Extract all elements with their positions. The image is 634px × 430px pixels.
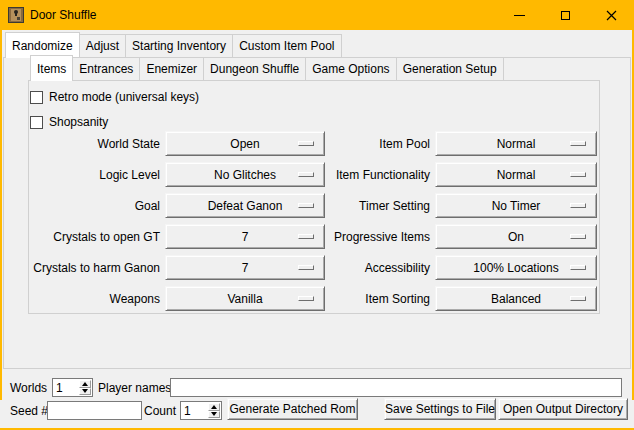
item-pool-dropdown[interactable]: Normal [435,131,597,156]
dropdown-indicator-icon [298,141,314,146]
progressive-items-dropdown[interactable]: On [435,224,597,249]
shopsanity-label: Shopsanity [49,115,108,129]
goal-dropdown[interactable]: Defeat Ganon [165,193,325,218]
minimize-icon [514,15,525,16]
world-state-label: World State [98,137,160,151]
item-pool-label: Item Pool [379,137,430,151]
weapons-label: Weapons [110,292,160,306]
count-label: Count [144,404,176,418]
open-output-directory-button[interactable]: Open Output Directory [498,398,628,420]
player-names-label: Player names [98,381,171,395]
item-functionality-dropdown[interactable]: Normal [435,162,597,187]
dropdown-indicator-icon [298,203,314,208]
worlds-spin-down-icon[interactable] [79,388,91,396]
item-sorting-label: Item Sorting [365,292,430,306]
worlds-spinner[interactable]: 1 [52,378,93,397]
dropdown-indicator-icon [570,141,586,146]
close-icon [606,10,617,21]
titlebar: Door Shuffle [0,0,634,30]
shopsanity-checkbox-row: Shopsanity [30,115,108,129]
weapons-dropdown[interactable]: Vanilla [165,286,325,311]
item-functionality-label: Item Functionality [336,168,430,182]
maximize-icon [561,11,570,20]
retro-mode-checkbox-row: Retro mode (universal keys) [30,90,199,104]
retro-mode-checkbox[interactable] [30,91,43,104]
worlds-label: Worlds [10,381,47,395]
dropdown-indicator-icon [570,265,586,270]
door-app-icon [8,7,24,23]
item-sorting-dropdown[interactable]: Balanced [435,286,597,311]
logic-level-dropdown[interactable]: No Glitches [165,162,325,187]
dropdown-indicator-icon [570,234,586,239]
maximize-button[interactable] [542,0,588,30]
logic-level-label: Logic Level [99,168,160,182]
save-settings-button[interactable]: Save Settings to File [384,398,496,420]
tab-adjust[interactable]: Adjust [79,34,126,57]
seed-input[interactable] [47,401,142,420]
accessibility-dropdown[interactable]: 100% Locations [435,255,597,280]
retro-mode-label: Retro mode (universal keys) [49,90,199,104]
sub-tab-bar: Items Entrances Enemizer Dungeon Shuffle… [30,55,504,81]
crystals-open-gt-label: Crystals to open GT [53,230,160,244]
seed-label: Seed # [10,404,48,418]
worlds-spin-up-icon[interactable] [79,380,91,388]
dropdown-indicator-icon [298,265,314,270]
tab-starting-inventory[interactable]: Starting Inventory [125,34,233,57]
shopsanity-checkbox[interactable] [30,116,43,129]
tab-custom-item-pool[interactable]: Custom Item Pool [232,34,341,57]
tab-generation-setup[interactable]: Generation Setup [396,57,504,80]
tab-enemizer[interactable]: Enemizer [139,57,204,80]
minimize-button[interactable] [496,0,542,30]
dropdown-indicator-icon [298,234,314,239]
crystals-harm-ganon-dropdown[interactable]: 7 [165,255,325,280]
tab-entrances[interactable]: Entrances [72,57,140,80]
tab-dungeon-shuffle[interactable]: Dungeon Shuffle [203,57,306,80]
dropdown-indicator-icon [570,203,586,208]
dropdown-indicator-icon [570,172,586,177]
count-spinner[interactable]: 1 [180,401,222,420]
goal-label: Goal [135,199,160,213]
dropdown-indicator-icon [298,296,314,301]
player-names-input[interactable] [170,378,622,397]
timer-setting-label: Timer Setting [359,199,430,213]
crystals-open-gt-dropdown[interactable]: 7 [165,224,325,249]
close-button[interactable] [588,0,634,30]
crystals-harm-ganon-label: Crystals to harm Ganon [33,261,160,275]
tab-game-options[interactable]: Game Options [305,57,396,80]
count-spin-down-icon[interactable] [208,411,220,419]
count-spin-up-icon[interactable] [208,403,220,411]
window-border-left [0,0,2,400]
window-controls [496,0,634,30]
dropdown-indicator-icon [570,296,586,301]
window-title: Door Shuffle [30,8,97,22]
accessibility-label: Accessibility [365,261,430,275]
timer-setting-dropdown[interactable]: No Timer [435,193,597,218]
tab-items[interactable]: Items [30,55,73,81]
dropdown-indicator-icon [298,172,314,177]
progressive-items-label: Progressive Items [334,230,430,244]
generate-patched-rom-button[interactable]: Generate Patched Rom [227,398,358,420]
world-state-dropdown[interactable]: Open [165,131,325,156]
